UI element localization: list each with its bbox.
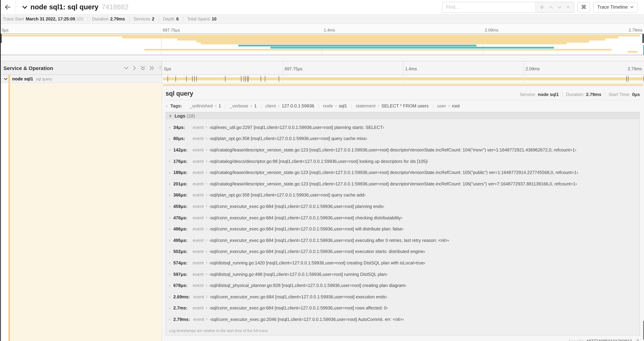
- tag-key: statement: [356, 103, 376, 109]
- expand-log-chevron-icon[interactable]: ›: [169, 294, 170, 299]
- log-timestamp: 201μs:: [173, 181, 189, 186]
- tag-key: _unfinished: [190, 103, 212, 109]
- log-row[interactable]: ›2.7ms:event=‹sql/conn_executor_exec.go:…: [166, 302, 640, 314]
- trace-meta-value: March 31 2022, 17:25:09: [26, 17, 75, 22]
- back-button[interactable]: [0, 0, 16, 14]
- expand-log-chevron-icon[interactable]: ›: [169, 137, 170, 141]
- equals-sign: =: [205, 204, 208, 208]
- expand-log-chevron-icon[interactable]: ›: [169, 227, 170, 231]
- log-row[interactable]: ›142μs:event=‹sql/catalog/lease/descript…: [166, 144, 640, 155]
- expand-one-icon[interactable]: [133, 66, 136, 70]
- expand-log-chevron-icon[interactable]: ›: [169, 159, 170, 163]
- tag-item[interactable]: _verbose=1: [226, 103, 261, 109]
- log-field-value: ‹sql/exec_util.go:2297 [nsql1,client=127…: [209, 125, 384, 130]
- collapse-one-icon[interactable]: [124, 66, 128, 70]
- expand-log-chevron-icon[interactable]: ›: [169, 193, 170, 197]
- trace-title-group: node sql1: sql query 7418682: [22, 3, 442, 11]
- trace-view-selector[interactable]: Trace Timeline: [593, 2, 638, 12]
- tag-item[interactable]: client=127.0.0.1:59936: [261, 103, 319, 109]
- log-field-key: event: [193, 238, 204, 243]
- minimap-span: [270, 47, 554, 49]
- tag-item[interactable]: user=root: [433, 103, 464, 109]
- trace-meta-item: Services2: [134, 17, 159, 22]
- log-row[interactable]: ›476μs:event=‹sql/conn_executor_exec.go:…: [166, 212, 640, 223]
- minimap-right-handle[interactable]: [642, 34, 644, 43]
- log-timestamp: 486μs:: [173, 226, 189, 231]
- expand-log-chevron-icon[interactable]: ›: [169, 283, 170, 287]
- arrow-left-icon: [5, 5, 11, 10]
- expand-tags-chevron-icon[interactable]: ›: [166, 103, 168, 108]
- expand-log-chevron-icon[interactable]: ›: [169, 249, 170, 254]
- log-row[interactable]: ›2.69ms:event=‹sql/conn_executor_exec.go…: [166, 291, 640, 302]
- next-result-icon[interactable]: [558, 6, 562, 9]
- equals-sign: =: [278, 103, 280, 108]
- log-row[interactable]: ›459μs:event=‹sql/conn_executor_exec.go:…: [166, 201, 640, 212]
- log-row[interactable]: ›34μs:event=‹sql/exec_util.go:2297 [nsql…: [166, 122, 640, 133]
- collapse-logs-chevron-icon[interactable]: ∨: [169, 114, 172, 118]
- log-row[interactable]: ›502μs:event=‹sql/conn_executor_exec.go:…: [166, 246, 640, 257]
- expand-log-chevron-icon[interactable]: ›: [169, 204, 170, 208]
- column-resizer-handle[interactable]: [160, 66, 161, 70]
- tags-row[interactable]: › Tags: _unfinished=1_verbose=1client=12…: [166, 100, 640, 112]
- log-field-key: event: [193, 125, 204, 130]
- span-duration-bar[interactable]: [163, 77, 644, 80]
- span-overview-value: 2.79ms: [586, 92, 601, 97]
- equals-sign: =: [448, 103, 450, 108]
- expand-log-chevron-icon[interactable]: ›: [169, 216, 170, 220]
- expand-log-chevron-icon[interactable]: ›: [169, 170, 170, 174]
- expand-log-chevron-icon[interactable]: ›: [169, 272, 170, 276]
- log-row[interactable]: ›495μs:event=‹sql/conn_executor_exec.go:…: [166, 235, 640, 246]
- log-marker-tick: [244, 76, 244, 82]
- ruler-tick-label: 697.75μs: [163, 28, 180, 33]
- expand-all-icon[interactable]: [150, 66, 154, 70]
- trace-timeline-page: node sql1: sql query 7418682 ✕: [0, 0, 644, 341]
- expand-log-chevron-icon[interactable]: ›: [169, 148, 170, 152]
- tag-item[interactable]: node=sql1: [319, 103, 352, 109]
- find-input[interactable]: [442, 2, 535, 12]
- expand-log-chevron-icon[interactable]: ›: [169, 317, 170, 321]
- tag-item[interactable]: statement=SELECT * FROM users: [352, 103, 433, 109]
- focus-match-icon[interactable]: [540, 5, 544, 9]
- expand-log-chevron-icon[interactable]: ›: [169, 306, 170, 310]
- tag-key: _verbose: [230, 103, 248, 109]
- log-row[interactable]: ›678μs:event=‹sql/distsql_physical_plann…: [166, 280, 640, 291]
- keyboard-shortcuts-button[interactable]: ⌘: [578, 2, 590, 12]
- expand-log-chevron-icon[interactable]: ›: [169, 238, 170, 242]
- log-row[interactable]: ›366μs:event=‹sql/plan_opt.go:358 [nsql1…: [166, 189, 640, 201]
- log-timestamp: 189μs:: [173, 170, 189, 175]
- collapse-trace-chevron-icon[interactable]: [22, 5, 27, 9]
- equals-sign: =: [250, 103, 252, 108]
- span-overview-value: 0μs: [632, 92, 640, 97]
- prev-result-icon[interactable]: [549, 6, 553, 9]
- logs-header[interactable]: ∨ Logs (18): [166, 112, 640, 119]
- log-row[interactable]: ›597μs:event=‹sql/distsql_running.go:498…: [166, 268, 640, 280]
- log-row[interactable]: ›201μs:event=‹sql/catalog/lease/descript…: [166, 178, 640, 189]
- expand-log-chevron-icon[interactable]: ›: [169, 182, 170, 186]
- log-row[interactable]: ›574μs:event=‹sql/distsql_running.go:142…: [166, 257, 640, 268]
- log-row[interactable]: ›486μs:event=‹sql/conn_executor_exec.go:…: [166, 223, 640, 235]
- span-row-name-cell[interactable]: node sql1 sql query: [0, 75, 162, 83]
- log-field-value: ‹sql/distsql_running.go:1420 [nsql1,clie…: [209, 260, 425, 265]
- grid-line: [403, 75, 403, 83]
- log-field-key: event: [193, 260, 204, 265]
- log-row[interactable]: ›189μs:event=‹sql/catalog/lease/descript…: [166, 167, 640, 178]
- expand-log-chevron-icon[interactable]: ›: [169, 125, 170, 129]
- log-marker-tick: [247, 76, 248, 82]
- log-row[interactable]: ›2.79ms:event=‹sql/conn_executor_exec.go…: [166, 314, 640, 325]
- trace-minimap[interactable]: [0, 34, 644, 55]
- log-row[interactable]: ›176μs:event=‹sql/catalog/descs/descript…: [166, 156, 640, 167]
- span-row-timeline-cell[interactable]: [162, 75, 644, 83]
- collapse-span-chevron-icon[interactable]: [4, 78, 8, 80]
- find-addon: ✕: [535, 2, 574, 12]
- collapse-all-icon[interactable]: [140, 66, 145, 70]
- equals-sign: =: [205, 137, 208, 141]
- expand-log-chevron-icon[interactable]: ›: [169, 261, 170, 265]
- span-detail-name-cell[interactable]: [0, 83, 162, 341]
- log-row[interactable]: ›80μs:event=‹sql/plan_opt.go:358 [nsql1,…: [166, 133, 640, 144]
- span-overview-item: Start Time:0μs: [605, 92, 640, 97]
- clear-find-icon[interactable]: ✕: [566, 5, 570, 10]
- log-field-value: ‹sql/conn_executor_exec.go:684 [nsql1,cl…: [209, 215, 402, 220]
- tag-item[interactable]: _unfinished=1: [186, 103, 226, 109]
- deep-link-icon[interactable]: [634, 339, 639, 341]
- log-marker-tick: [248, 76, 249, 82]
